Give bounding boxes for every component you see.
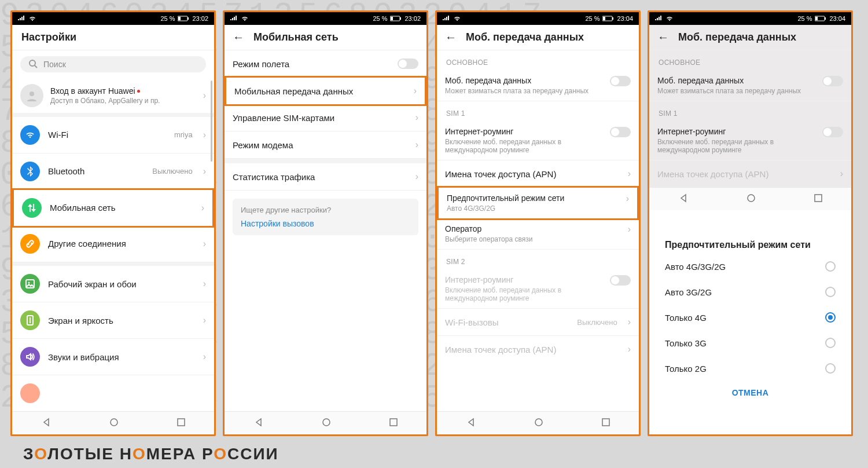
nav-recent-icon[interactable] xyxy=(389,418,398,429)
row-apn[interactable]: Имена точек доступа (APN) › xyxy=(437,160,639,188)
status-bar: 25 % 23:04 xyxy=(437,12,639,25)
radio-option[interactable]: Только 3G xyxy=(653,330,847,356)
row-apn-sim2: Имена точек доступа (APN) › xyxy=(437,336,639,363)
highlight-box: Мобильная передача данных › xyxy=(225,76,426,106)
bluetooth-icon xyxy=(20,162,40,181)
nav-back-icon[interactable] xyxy=(42,418,51,429)
nav-recent-icon[interactable] xyxy=(177,418,185,429)
section-header: SIM 1 xyxy=(437,101,639,121)
row-airplane-mode[interactable]: Режим полета xyxy=(225,50,426,78)
navigation-bar xyxy=(12,411,214,434)
wifi-icon xyxy=(20,125,40,145)
row-subtitle: Может взиматься плата за передачу данных xyxy=(445,87,602,95)
row-roaming[interactable]: Интернет-роуминг Включение моб. передачи… xyxy=(437,121,639,160)
settings-row-wallpaper[interactable]: Рабочий экран и обои › xyxy=(12,266,214,302)
row-subtitle: Выберите оператора связи xyxy=(445,235,620,243)
row-value: Выключено xyxy=(152,167,192,176)
highlight-box: Мобильная сеть › xyxy=(12,188,214,228)
status-bar: 25 % 23:02 xyxy=(225,12,426,25)
chevron-right-icon: › xyxy=(628,344,631,354)
row-label: Звуки и вибрация xyxy=(48,352,195,362)
row-mobile-data-toggle[interactable]: Моб. передача данных Может взиматься пла… xyxy=(437,70,639,101)
info-link[interactable]: Настройки вызовов xyxy=(241,219,410,228)
mobile-data-icon xyxy=(22,198,42,218)
back-button[interactable]: ← xyxy=(445,31,457,44)
svg-rect-18 xyxy=(603,17,605,20)
row-label: Другие соединения xyxy=(48,239,195,248)
nav-back-icon[interactable] xyxy=(254,418,263,429)
row-label: Режим модема xyxy=(233,140,407,150)
settings-row-wifi[interactable]: Wi-Fi mriya › xyxy=(12,117,214,153)
chevron-right-icon: › xyxy=(626,193,629,204)
page-title-bar: ← Мобильная сеть xyxy=(225,25,426,50)
wifi-icon xyxy=(28,16,36,21)
battery-icon xyxy=(178,16,189,21)
row-operator[interactable]: Оператор Выберите оператора связи › xyxy=(437,218,639,250)
chevron-right-icon: › xyxy=(628,224,631,235)
account-subtitle: Доступ в Облако, AppGallery и пр. xyxy=(50,97,196,105)
row-subtitle: Включение моб. передачи данных в междуна… xyxy=(445,138,602,154)
chevron-right-icon: › xyxy=(628,169,631,179)
nav-home-icon[interactable] xyxy=(109,418,119,429)
account-row[interactable]: Вход в аккаунт Huawei Доступ в Облако, A… xyxy=(12,78,214,113)
row-label: Имена точек доступа (APN) xyxy=(445,169,620,179)
chevron-right-icon: › xyxy=(201,203,204,213)
radio-button[interactable] xyxy=(825,261,836,272)
settings-row-cut[interactable] xyxy=(12,375,214,411)
row-label: Статистика трафика xyxy=(233,172,407,182)
back-button[interactable]: ← xyxy=(233,31,244,44)
notifications-icon xyxy=(20,383,40,403)
nav-home-icon[interactable] xyxy=(322,418,331,429)
page-title: Моб. передача данных xyxy=(466,31,584,43)
chevron-right-icon: › xyxy=(203,166,206,177)
radio-option[interactable]: Авто 4G/3G/2G xyxy=(653,254,847,279)
option-label: Только 3G xyxy=(665,338,707,348)
chevron-right-icon: › xyxy=(203,130,206,140)
toggle-switch[interactable] xyxy=(610,127,631,137)
nav-recent-icon[interactable] xyxy=(602,418,610,429)
radio-button[interactable] xyxy=(825,338,836,348)
settings-row-sound[interactable]: Звуки и вибрация › xyxy=(12,339,214,375)
row-preferred-network-mode[interactable]: Предпочтительный режим сети Авто 4G/3G/2… xyxy=(439,188,637,218)
popup-cancel-button[interactable]: ОТМЕНА xyxy=(653,381,847,400)
toggle-switch[interactable] xyxy=(610,76,631,86)
radio-option[interactable]: Авто 3G/2G xyxy=(653,279,847,305)
network-mode-popup: Предпочтительный режим сети Авто 4G/3G/2… xyxy=(653,231,847,405)
radio-button[interactable] xyxy=(825,287,836,297)
radio-option[interactable]: Только 4G xyxy=(653,305,847,330)
row-traffic-stats[interactable]: Статистика трафика › xyxy=(225,163,426,191)
radio-button[interactable] xyxy=(825,312,836,323)
popup-backdrop[interactable]: Предпочтительный режим сети Авто 4G/3G/2… xyxy=(649,12,851,434)
nav-back-icon[interactable] xyxy=(466,418,476,429)
svg-rect-1 xyxy=(178,17,181,20)
row-wifi-calling: Wi-Fi-вызовы Выключено › xyxy=(437,309,639,336)
svg-point-15 xyxy=(323,419,330,426)
radio-button[interactable] xyxy=(825,363,836,374)
row-tethering[interactable]: Режим модема › xyxy=(225,131,426,159)
row-subtitle: Авто 4G/3G/2G xyxy=(447,204,618,213)
settings-row-other-connections[interactable]: Другие соединения › xyxy=(12,226,214,262)
battery-icon xyxy=(390,16,402,21)
radio-option[interactable]: Только 2G xyxy=(653,356,847,381)
svg-rect-2 xyxy=(187,17,189,20)
row-label: Рабочий экран и обои xyxy=(48,279,195,289)
svg-point-10 xyxy=(111,419,117,426)
settings-row-mobile-network[interactable]: Мобильная сеть › xyxy=(14,190,212,226)
scrollbar[interactable] xyxy=(211,81,212,162)
chevron-right-icon: › xyxy=(203,279,206,289)
search-icon xyxy=(28,59,38,70)
toggle-switch[interactable] xyxy=(398,58,418,69)
svg-rect-16 xyxy=(390,419,397,426)
wallpaper-icon xyxy=(20,274,40,294)
row-value: mriya xyxy=(174,130,193,139)
link-icon xyxy=(20,234,40,254)
row-mobile-data[interactable]: Мобильная передача данных › xyxy=(226,78,425,104)
row-label: Имена точек доступа (APN) xyxy=(445,345,620,354)
settings-row-display[interactable]: Экран и яркость › xyxy=(12,302,214,339)
settings-row-bluetooth[interactable]: Bluetooth Выключено › xyxy=(12,153,214,190)
search-input[interactable]: Поиск xyxy=(20,56,206,72)
row-label: Интернет-роуминг xyxy=(445,275,602,284)
nav-home-icon[interactable] xyxy=(534,418,543,429)
sound-icon xyxy=(20,347,40,367)
row-sim-management[interactable]: Управление SIM-картами › xyxy=(225,104,426,131)
